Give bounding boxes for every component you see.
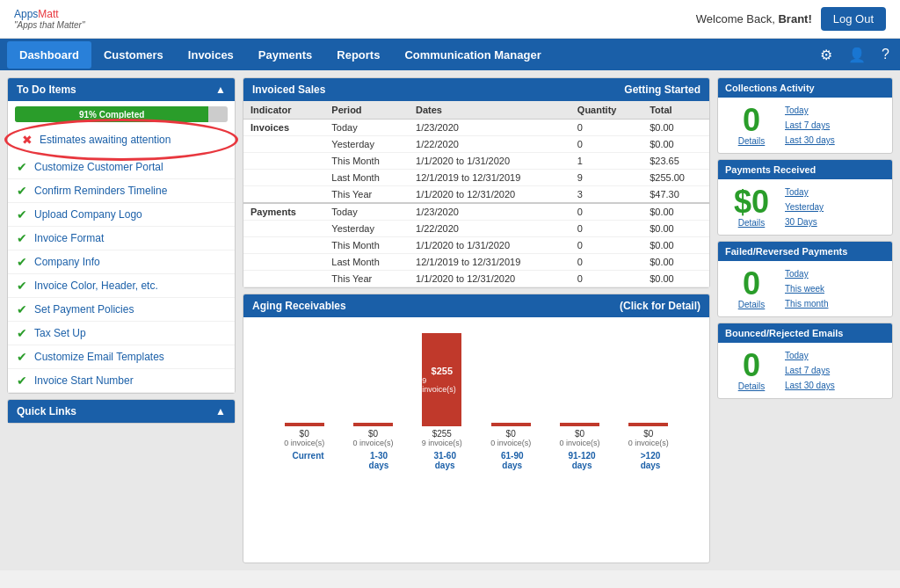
todo-title: To Do Items <box>17 83 76 96</box>
table-row: Yesterday 1/22/2020 0 $0.00 <box>243 221 709 237</box>
bar-dollar: $0 <box>559 429 599 439</box>
check-icon: ✔ <box>17 207 27 221</box>
todo-label-logo: Upload Company Logo <box>34 208 142 221</box>
aging-label: 91-120 days <box>569 451 596 470</box>
user-icon[interactable]: 👤 <box>845 43 869 67</box>
bar-group[interactable]: $2559 invoice(s)$2559 invoice(s) <box>422 333 462 447</box>
bounced-30days[interactable]: Last 30 days <box>785 381 835 390</box>
cell-indicator <box>243 153 324 170</box>
table-row: This Year 1/1/2020 to 12/31/2020 3 $47.3… <box>243 186 709 204</box>
todo-item-estimates[interactable]: ✖ Estimates awaiting attention <box>13 127 229 152</box>
todo-item-color[interactable]: ✔ Invoice Color, Header, etc. <box>8 274 235 298</box>
todo-item-tax[interactable]: ✔ Tax Set Up <box>8 322 235 345</box>
nav-customers[interactable]: Customers <box>91 41 176 69</box>
todo-label-portal: Customize Customer Portal <box>34 161 163 173</box>
cell-indicator <box>243 186 324 204</box>
todo-item-invoice-number[interactable]: ✔ Invoice Start Number <box>8 369 235 393</box>
payments-yesterday[interactable]: Yesterday <box>785 202 824 212</box>
logo-matt: Matt <box>38 8 58 20</box>
failed-this-week[interactable]: This week <box>785 284 828 294</box>
cell-quantity: 0 <box>570 120 642 136</box>
bounced-7days[interactable]: Last 7 days <box>785 366 835 375</box>
bounced-today[interactable]: Today <box>785 351 835 360</box>
nav-bar: Dashboard Customers Invoices Payments Re… <box>0 39 900 70</box>
cell-quantity: 3 <box>570 186 642 204</box>
main-content: To Do Items ▲ 91% Completed ✖ Estimates … <box>0 70 900 570</box>
attention-wrapper: ✖ Estimates awaiting attention <box>13 127 229 152</box>
welcome-text: Welcome Back, Brant! <box>696 12 812 25</box>
gear-icon[interactable]: ⚙ <box>817 43 836 67</box>
cell-indicator <box>243 271 324 287</box>
quick-links-title: Quick Links <box>17 405 76 417</box>
payments-30days[interactable]: 30 Days <box>785 217 824 227</box>
bounced-emails-details-link[interactable]: Details <box>738 381 766 391</box>
todo-item-portal[interactable]: ✔ Customize Customer Portal <box>8 156 235 179</box>
col-period: Period <box>324 101 409 120</box>
failed-payments-value: 0 <box>725 268 778 300</box>
cell-total: $0.00 <box>642 237 709 254</box>
cell-indicator <box>243 237 324 254</box>
bar-invoices: 9 invoice(s) <box>422 376 461 394</box>
todo-item-company[interactable]: ✔ Company Info <box>8 250 235 274</box>
todo-item-format[interactable]: ✔ Invoice Format <box>8 227 235 250</box>
payments-received-box: Payments Received $0 Details Today Yeste… <box>717 159 893 236</box>
nav-communication-manager[interactable]: Communication Manager <box>392 41 553 69</box>
payments-received-details-link[interactable]: Details <box>738 218 766 228</box>
cell-quantity: 0 <box>570 203 642 221</box>
nav-payments[interactable]: Payments <box>246 41 324 69</box>
progress-bar: 91% Completed <box>15 106 208 122</box>
bar-group[interactable]: $00 invoice(s) <box>284 333 324 447</box>
aging-section[interactable]: Aging Receivables (Click for Detail) $00… <box>243 294 710 563</box>
check-icon: ✔ <box>17 255 27 269</box>
table-row: Last Month 12/1/2019 to 12/31/2019 9 $25… <box>243 170 709 186</box>
todo-item-payment-policies[interactable]: ✔ Set Payment Policies <box>8 298 235 322</box>
todo-label-tax: Tax Set Up <box>34 327 86 339</box>
aging-header: Aging Receivables (Click for Detail) <box>243 294 709 317</box>
cell-period: Today <box>324 120 409 136</box>
nav-reports[interactable]: Reports <box>324 41 392 69</box>
cell-period: This Month <box>324 237 409 254</box>
failed-this-month[interactable]: This month <box>785 299 828 309</box>
cell-quantity: 0 <box>570 136 642 153</box>
logo-tagline: "Apps that Matter" <box>14 20 84 30</box>
payments-received-value: $0 <box>725 186 778 218</box>
cell-period: Yesterday <box>324 136 409 153</box>
cell-period: This Year <box>324 271 409 287</box>
nav-invoices[interactable]: Invoices <box>176 41 246 69</box>
todo-label-company: Company Info <box>34 256 100 268</box>
help-icon[interactable]: ? <box>878 43 893 67</box>
bar-dollar: $0 <box>628 429 669 439</box>
bar-group[interactable]: $00 invoice(s) <box>490 333 531 447</box>
todo-label-email: Customize Email Templates <box>34 351 164 363</box>
todo-item-logo[interactable]: ✔ Upload Company Logo <box>8 203 235 227</box>
collections-30days[interactable]: Last 30 days <box>785 135 835 145</box>
bar-group[interactable]: $00 invoice(s) <box>352 333 393 447</box>
bar-group[interactable]: $00 invoice(s) <box>559 333 599 447</box>
bar-element <box>353 423 393 426</box>
collections-today[interactable]: Today <box>785 105 835 115</box>
bar-invoice-text: 9 invoice(s) <box>422 439 462 447</box>
bar-label-area: $00 invoice(s) <box>559 429 599 447</box>
payments-received-header: Payments Received <box>718 160 892 179</box>
failed-today[interactable]: Today <box>785 269 828 279</box>
bar-label-area: $2559 invoice(s) <box>422 429 462 447</box>
payments-today[interactable]: Today <box>785 187 824 197</box>
todo-item-reminders[interactable]: ✔ Confirm Reminders Timeline <box>8 179 235 203</box>
cell-period: This Year <box>324 186 409 204</box>
nav-dashboard[interactable]: Dashboard <box>7 41 91 69</box>
table-row: Payments Today 1/23/2020 0 $0.00 <box>243 203 709 221</box>
col-indicator: Indicator <box>243 101 324 120</box>
bar-group[interactable]: $00 invoice(s) <box>628 333 669 447</box>
progress-bar-container: 91% Completed <box>15 106 228 122</box>
cell-indicator <box>243 170 324 186</box>
failed-payments-details-link[interactable]: Details <box>738 300 766 309</box>
todo-label-estimates: Estimates awaiting attention <box>40 134 171 146</box>
todo-item-email[interactable]: ✔ Customize Email Templates <box>8 345 235 369</box>
failed-payments-body: 0 Details Today This week This month <box>718 261 892 316</box>
logout-button[interactable]: Log Out <box>821 7 886 31</box>
error-icon: ✖ <box>22 133 33 147</box>
bar-dollar: $0 <box>490 429 531 439</box>
collections-7days[interactable]: Last 7 days <box>785 120 835 130</box>
cell-dates: 1/22/2020 <box>409 136 570 153</box>
collections-details-link[interactable]: Details <box>738 136 766 146</box>
